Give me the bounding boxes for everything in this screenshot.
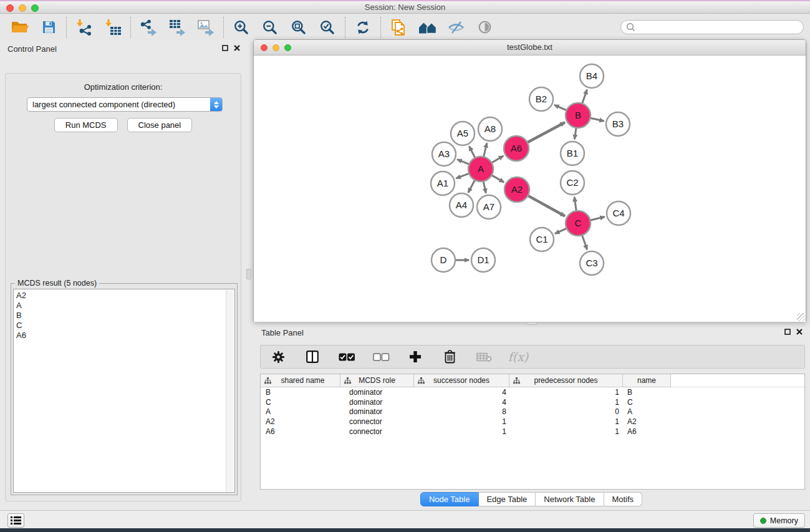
table-row[interactable]: C dominator 4 1 C [261,397,804,407]
graph-edge-A-A3[interactable] [457,160,469,165]
column-header-mcds-role[interactable]: MCDS role [340,374,414,387]
float-table-panel-icon[interactable] [784,329,791,335]
graph-node-label-A: A [478,163,484,174]
graph-edge-A-A5[interactable] [469,146,475,158]
deselect-all-button[interactable] [370,346,392,368]
table-row[interactable]: A dominator 8 0 A [261,407,804,417]
search-field[interactable] [620,20,804,34]
close-network-button[interactable] [261,44,268,51]
import-table-button[interactable] [102,16,124,39]
open-session-button[interactable] [9,16,31,39]
network-canvas[interactable]: B4B2BB3A8A5A6B1A3AC2A1A2A4A7C4CC1DD1C3 [254,56,806,322]
result-item[interactable]: A2 [16,291,234,301]
graph-edge-C-C1[interactable] [555,228,567,233]
inspect-mode-button[interactable] [473,16,496,39]
float-panel-icon[interactable] [222,45,228,51]
graph-node-label-C3: C3 [586,258,597,268]
graph-edge-A-A4[interactable] [468,180,475,193]
plus-icon [409,351,422,363]
search-input[interactable] [635,23,803,32]
graph-edge-A6-B[interactable] [528,122,565,142]
export-table-button[interactable] [166,16,188,39]
minimize-window-button[interactable] [19,4,26,12]
export-network-button[interactable] [137,16,160,39]
graph-edge-C-C2[interactable] [574,197,576,211]
graph-edge-C-C3[interactable] [582,235,587,249]
graph-edge-A-A1[interactable] [456,173,470,178]
table-row[interactable]: A6 connector 1 1 A6 [261,427,804,437]
export-network-icon [140,19,158,36]
main-toolbar [0,14,810,40]
function-builder-button[interactable]: f(x) [507,346,529,368]
zoom-in-button[interactable] [230,16,253,39]
maximize-window-button[interactable] [31,4,39,12]
eye-disabled-icon [477,19,493,35]
result-item[interactable]: A [16,301,234,311]
task-history-button[interactable] [7,513,24,528]
close-window-button[interactable] [6,4,14,12]
mcds-result-list[interactable]: A2 A B C A6 [13,289,235,493]
graph-edge-B-B3[interactable] [591,118,604,121]
status-bar: Memory [0,510,810,528]
table-settings-button[interactable] [267,346,289,368]
zoom-selected-icon [319,19,335,36]
import-network-button[interactable] [73,16,95,39]
graph-edge-B-B4[interactable] [582,90,587,104]
column-header-successor-nodes[interactable]: successor nodes [414,374,509,387]
delete-row-button[interactable] [438,346,461,368]
table-row[interactable]: B dominator 4 1 B [261,387,804,397]
save-session-button[interactable] [37,16,60,39]
zoom-out-button[interactable] [259,16,281,39]
result-item[interactable]: B [16,311,234,321]
show-columns-button[interactable] [301,346,324,368]
tab-node-table[interactable]: Node Table [420,492,479,506]
add-row-button[interactable] [404,346,427,368]
maximize-network-button[interactable] [284,44,291,51]
toolbar-separator [345,17,345,38]
graph-edge-C-C4[interactable] [590,216,604,220]
graph-node-label-C1: C1 [536,234,547,244]
select-all-button[interactable] [335,346,358,368]
network-window-titlebar[interactable]: testGlobe.txt [254,40,806,56]
column-header-name[interactable]: name [623,374,671,387]
graph-edge-A-A7[interactable] [483,181,486,193]
graph-edge-A-A6[interactable] [491,156,503,163]
home-button[interactable] [416,16,438,39]
zoom-selected-button[interactable] [316,16,339,39]
refresh-icon [355,19,371,36]
export-image-button[interactable] [195,16,217,39]
run-mcds-button[interactable]: Run MCDS [54,118,118,132]
tab-edge-table[interactable]: Edge Table [478,492,536,506]
table-row[interactable]: A2 connector 1 1 A2 [261,417,804,427]
graph-edge-A-A8[interactable] [484,143,487,157]
graph-node-label-A5: A5 [457,128,468,138]
tab-network-table[interactable]: Network Table [536,492,604,506]
clear-table-button[interactable] [473,346,495,368]
memory-status-icon [760,518,766,524]
network-graph[interactable]: B4B2BB3A8A5A6B1A3AC2A1A2A4A7C4CC1DD1C3 [254,56,806,322]
graph-edge-A2-C[interactable] [528,196,565,216]
refresh-button[interactable] [352,16,374,39]
tab-motifs[interactable]: Motifs [604,492,642,506]
vertical-divider-handle[interactable] [246,269,251,279]
minimize-network-button[interactable] [272,44,279,51]
toggle-panel-visibility-button[interactable] [445,16,467,39]
resize-grip-icon[interactable] [797,313,805,321]
close-panel-button[interactable]: Close panel [127,118,193,132]
duplicate-network-button[interactable] [387,16,410,39]
column-header-shared-name[interactable]: shared name [261,374,340,387]
graph-node-label-C2: C2 [566,177,578,188]
graph-edge-A-A2[interactable] [491,175,504,182]
result-item[interactable]: A6 [16,331,234,341]
zoom-fit-button[interactable] [287,16,310,39]
column-header-predecessor-nodes[interactable]: predecessor nodes [509,374,623,387]
graph-node-label-C4: C4 [612,208,624,218]
graph-edge-B-B2[interactable] [554,105,567,110]
graph-edge-B-B1[interactable] [574,128,576,139]
result-scrollbar[interactable] [226,290,234,491]
result-item[interactable]: C [16,321,234,331]
memory-button[interactable]: Memory [753,513,805,528]
close-panel-icon[interactable] [234,45,240,51]
criterion-dropdown[interactable]: largest connected component (directed) [27,97,223,112]
close-table-panel-icon[interactable] [796,329,803,335]
